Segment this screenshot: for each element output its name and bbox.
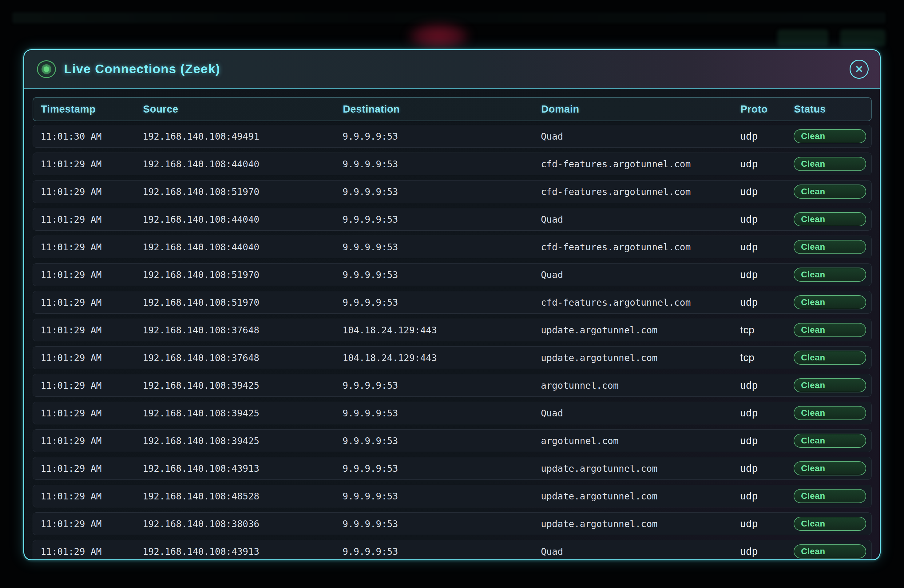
table-row[interactable]: 11:01:29 AM 192.168.140.108:43913 9.9.9.… (33, 540, 872, 560)
status-badge: Clean (793, 185, 866, 199)
live-indicator-icon (37, 60, 56, 78)
cell-destination: 9.9.9.9:53 (343, 159, 541, 169)
cell-timestamp: 11:01:29 AM (41, 352, 143, 363)
cell-proto: udp (740, 269, 793, 280)
table-row[interactable]: 11:01:29 AM 192.168.140.108:43913 9.9.9.… (33, 457, 872, 480)
cell-destination: 9.9.9.9:53 (343, 518, 541, 529)
cell-source: 192.168.140.108:39425 (143, 380, 343, 391)
modal-title: Live Connections (Zeek) (64, 62, 220, 76)
column-header-status: Status (794, 103, 871, 115)
table-rows: 11:01:30 AM 192.168.140.108:49491 9.9.9.… (33, 125, 872, 560)
table-row[interactable]: 11:01:29 AM 192.168.140.108:44040 9.9.9.… (33, 153, 872, 175)
modal-header: Live Connections (Zeek) ✕ (24, 50, 880, 89)
cell-timestamp: 11:01:29 AM (41, 187, 143, 197)
table-row[interactable]: 11:01:29 AM 192.168.140.108:48528 9.9.9.… (33, 485, 872, 507)
dimmed-toolbar-button (777, 30, 828, 46)
cell-timestamp: 11:01:29 AM (41, 214, 143, 225)
cell-proto: tcp (740, 352, 793, 364)
cell-source: 192.168.140.108:39425 (143, 435, 343, 446)
table-row[interactable]: 11:01:29 AM 192.168.140.108:37648 104.18… (33, 346, 872, 369)
cell-proto: udp (740, 435, 793, 447)
close-button[interactable]: ✕ (850, 60, 869, 79)
cell-source: 192.168.140.108:37648 (143, 325, 343, 335)
status-badge: Clean (793, 295, 866, 309)
table-row[interactable]: 11:01:29 AM 192.168.140.108:38036 9.9.9.… (33, 512, 872, 535)
cell-destination: 9.9.9.9:53 (343, 463, 541, 474)
connections-table: Timestamp Source Destination Domain Prot… (24, 89, 880, 560)
cell-proto: udp (740, 518, 793, 530)
table-row[interactable]: 11:01:29 AM 192.168.140.108:51970 9.9.9.… (33, 180, 872, 203)
status-badge: Clean (793, 323, 866, 337)
table-row[interactable]: 11:01:29 AM 192.168.140.108:51970 9.9.9.… (33, 291, 872, 314)
cell-destination: 9.9.9.9:53 (343, 131, 541, 142)
cell-timestamp: 11:01:29 AM (41, 325, 143, 335)
cell-destination: 9.9.9.9:53 (343, 380, 541, 391)
status-badge: Clean (793, 240, 866, 254)
status-badge: Clean (793, 157, 866, 171)
cell-timestamp: 11:01:29 AM (41, 518, 143, 529)
cell-domain: update.argotunnel.com (541, 491, 740, 501)
cell-timestamp: 11:01:29 AM (41, 380, 143, 391)
cell-destination: 104.18.24.129:443 (343, 325, 541, 335)
cell-proto: udp (740, 213, 793, 225)
table-row[interactable]: 11:01:29 AM 192.168.140.108:51970 9.9.9.… (33, 263, 872, 286)
cell-timestamp: 11:01:29 AM (41, 491, 143, 501)
cell-destination: 9.9.9.9:53 (343, 214, 541, 225)
column-header-source: Source (143, 103, 343, 115)
cell-domain: Quad (541, 269, 740, 280)
table-row[interactable]: 11:01:30 AM 192.168.140.108:49491 9.9.9.… (33, 125, 872, 148)
cell-proto: udp (740, 130, 793, 142)
table-row[interactable]: 11:01:29 AM 192.168.140.108:39425 9.9.9.… (33, 374, 872, 397)
cell-source: 192.168.140.108:51970 (143, 187, 343, 197)
status-badge: Clean (793, 406, 866, 420)
cell-destination: 9.9.9.9:53 (343, 546, 541, 557)
table-row[interactable]: 11:01:29 AM 192.168.140.108:37648 104.18… (33, 319, 872, 341)
table-row[interactable]: 11:01:29 AM 192.168.140.108:39425 9.9.9.… (33, 401, 872, 424)
cell-proto: udp (740, 158, 793, 170)
cell-domain: argotunnel.com (541, 435, 740, 446)
status-badge: Clean (793, 351, 866, 365)
dimmed-top-navbar (12, 12, 885, 24)
cell-destination: 9.9.9.9:53 (343, 297, 541, 308)
cell-domain: cfd-features.argotunnel.com (541, 187, 740, 197)
dimmed-toolbar-button (840, 30, 885, 46)
cell-timestamp: 11:01:30 AM (41, 131, 143, 142)
cell-destination: 9.9.9.9:53 (343, 187, 541, 197)
status-badge: Clean (793, 267, 866, 282)
cell-timestamp: 11:01:29 AM (41, 269, 143, 280)
cell-proto: udp (740, 490, 793, 502)
status-badge: Clean (793, 129, 866, 143)
column-header-timestamp: Timestamp (41, 103, 143, 115)
cell-source: 192.168.140.108:43913 (143, 546, 343, 557)
cell-source: 192.168.140.108:49491 (143, 131, 343, 142)
table-row[interactable]: 11:01:29 AM 192.168.140.108:44040 9.9.9.… (33, 208, 872, 231)
status-badge: Clean (793, 212, 866, 226)
cell-timestamp: 11:01:29 AM (41, 463, 143, 474)
cell-domain: update.argotunnel.com (541, 352, 740, 363)
cell-domain: Quad (541, 546, 740, 557)
table-row[interactable]: 11:01:29 AM 192.168.140.108:39425 9.9.9.… (33, 429, 872, 452)
cell-source: 192.168.140.108:48528 (143, 491, 343, 501)
table-row[interactable]: 11:01:29 AM 192.168.140.108:44040 9.9.9.… (33, 236, 872, 258)
dimmed-logo-glow (406, 22, 471, 51)
cell-proto: udp (740, 407, 793, 419)
cell-destination: 9.9.9.9:53 (343, 242, 541, 253)
cell-source: 192.168.140.108:43913 (143, 463, 343, 474)
cell-source: 192.168.140.108:38036 (143, 518, 343, 529)
cell-source: 192.168.140.108:51970 (143, 297, 343, 308)
status-badge: Clean (793, 434, 866, 448)
table-header-row: Timestamp Source Destination Domain Prot… (33, 97, 872, 121)
cell-timestamp: 11:01:29 AM (41, 242, 143, 253)
cell-source: 192.168.140.108:44040 (143, 214, 343, 225)
cell-domain: argotunnel.com (541, 380, 740, 391)
cell-domain: Quad (541, 131, 740, 142)
cell-destination: 9.9.9.9:53 (343, 269, 541, 280)
cell-destination: 9.9.9.9:53 (343, 435, 541, 446)
cell-domain: cfd-features.argotunnel.com (541, 297, 740, 308)
column-header-proto: Proto (740, 103, 794, 115)
cell-domain: update.argotunnel.com (541, 463, 740, 474)
cell-domain: cfd-features.argotunnel.com (541, 159, 740, 169)
cell-source: 192.168.140.108:44040 (143, 242, 343, 253)
status-badge: Clean (793, 517, 866, 531)
cell-timestamp: 11:01:29 AM (41, 435, 143, 446)
